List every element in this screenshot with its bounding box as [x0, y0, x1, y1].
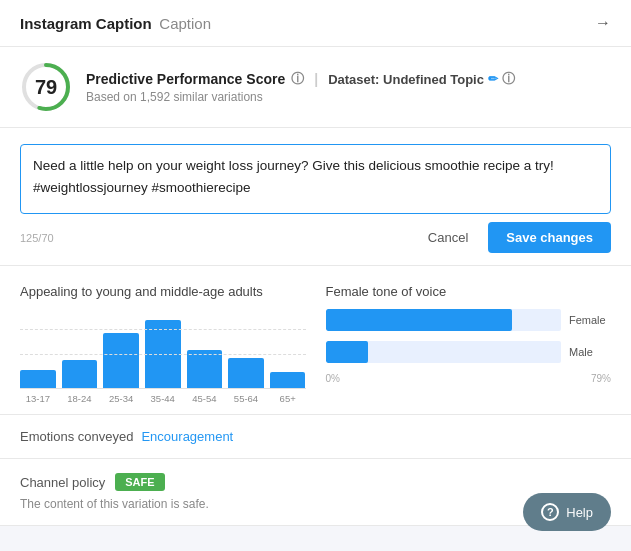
help-label: Help [566, 505, 593, 520]
cancel-button[interactable]: Cancel [418, 224, 478, 251]
policy-row: Channel policy SAFE [20, 473, 611, 491]
bar-55-64 [228, 358, 264, 388]
charts-section: Appealing to young and middle-age adults… [0, 266, 631, 415]
bar-45-54 [187, 350, 223, 388]
gender-chart-title: Female tone of voice [326, 284, 612, 299]
label-65plus: 65+ [270, 393, 306, 404]
label-13-17: 13-17 [20, 393, 56, 404]
caption-text[interactable]: Need a little help on your weight loss j… [20, 144, 611, 214]
policy-label: Channel policy [20, 475, 105, 490]
navigate-icon[interactable]: → [595, 14, 611, 32]
save-button[interactable]: Save changes [488, 222, 611, 253]
emotions-label: Emotions conveyed [20, 429, 133, 444]
safe-badge: SAFE [115, 473, 164, 491]
male-label: Male [569, 346, 611, 358]
label-25-34: 25-34 [103, 393, 139, 404]
gender-chart: Female tone of voice Female Male 0% 79% [326, 284, 612, 404]
page-subtitle: Caption [159, 15, 211, 32]
header: Instagram Caption Caption → [0, 0, 631, 47]
label-45-54: 45-54 [187, 393, 223, 404]
emotions-section: Emotions conveyed Encouragement [0, 415, 631, 459]
age-chart: Appealing to young and middle-age adults… [20, 284, 306, 404]
female-bar-fill [326, 309, 512, 331]
bar-25-34 [103, 333, 139, 388]
gender-bar-chart: Female Male 0% 79% [326, 309, 612, 384]
divider: | [314, 71, 318, 87]
page-title: Instagram Caption [20, 15, 152, 32]
dataset-label: Dataset: Undefined Topic [328, 72, 484, 87]
dataset-info-icon[interactable]: ⓘ [502, 70, 515, 88]
dataset-link[interactable]: Dataset: Undefined Topic ✏ ⓘ [328, 70, 515, 88]
gender-axis: 0% 79% [326, 373, 612, 384]
label-18-24: 18-24 [62, 393, 98, 404]
emotions-value: Encouragement [141, 429, 233, 444]
score-circle: 79 [20, 61, 72, 113]
male-bar-fill [326, 341, 368, 363]
bar-65plus [270, 372, 306, 388]
axis-start: 0% [326, 373, 340, 384]
caption-actions: Cancel Save changes [418, 222, 611, 253]
age-bar-labels: 13-17 18-24 25-34 35-44 45-54 55-64 65+ [20, 393, 306, 404]
label-35-44: 35-44 [145, 393, 181, 404]
caption-section: Need a little help on your weight loss j… [0, 128, 631, 266]
male-bar-track [326, 341, 562, 363]
female-label: Female [569, 314, 611, 326]
info-icon[interactable]: ⓘ [291, 70, 304, 88]
score-label: Predictive Performance Score [86, 71, 285, 87]
bar-13-17 [20, 370, 56, 388]
help-icon: ? [541, 503, 559, 521]
female-bar-track [326, 309, 562, 331]
label-55-64: 55-64 [228, 393, 264, 404]
edit-icon[interactable]: ✏ [488, 72, 498, 86]
axis-end: 79% [591, 373, 611, 384]
female-bar-row: Female [326, 309, 612, 331]
char-count: 125/70 [20, 232, 54, 244]
bar-35-44 [145, 320, 181, 388]
help-button[interactable]: ? Help [523, 493, 611, 531]
score-section: 79 Predictive Performance Score ⓘ | Data… [0, 47, 631, 128]
score-value: 79 [35, 76, 57, 99]
score-based-on: Based on 1,592 similar variations [86, 90, 611, 104]
bar-18-24 [62, 360, 98, 388]
age-chart-title: Appealing to young and middle-age adults [20, 284, 306, 299]
male-bar-row: Male [326, 341, 612, 363]
age-bar-chart [20, 309, 306, 389]
